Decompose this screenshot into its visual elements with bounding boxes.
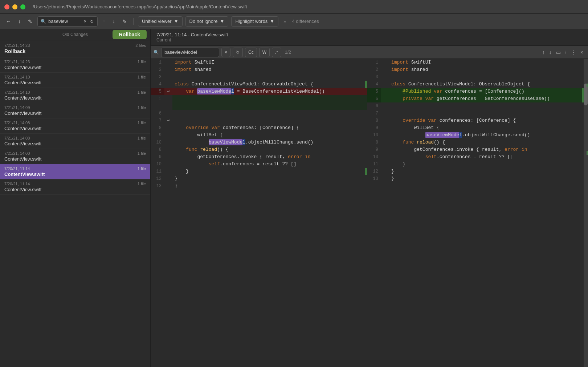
toolbar-edit-button[interactable]: ✎ [120, 17, 129, 26]
match-count: 1/2 [285, 50, 291, 55]
code-line: 13 } [367, 175, 584, 182]
toolbar-down-button[interactable]: ↓ [110, 17, 117, 26]
item-count: 1 file [138, 151, 146, 156]
item-filename: ContentView.swift [4, 95, 146, 101]
code-line: 8 override var conferences: [Conference]… [151, 124, 367, 132]
code-line: 10 self.conferences = result ?? [] [367, 153, 584, 161]
toolbar-search-refresh[interactable]: ↻ [89, 19, 94, 24]
sidebar-item[interactable]: 7/20/21, 11:14 1 file ContentView.swift [0, 180, 150, 195]
chevron-down-icon3: ▼ [270, 19, 274, 24]
code-line: 6 [151, 110, 367, 117]
code-line: 10 baseViewModel.objectWillChange.send() [151, 139, 367, 146]
highlight-dropdown[interactable]: Highlight words ▼ [231, 16, 278, 27]
search-icon2: 🔍 [154, 50, 159, 55]
regex-btn[interactable]: .* [272, 48, 281, 57]
unified-viewer-dropdown[interactable]: Unified viewer ▼ [138, 16, 183, 27]
filter-btn[interactable]: ⋮ [569, 49, 578, 56]
sidebar-header: Old Changes Rollback [0, 29, 150, 40]
chevron-down-icon2: ▼ [220, 19, 225, 24]
item-count: 1 file [138, 182, 146, 186]
titlebar: /Users/jetbrains/Projects/Work/cocoaconf… [0, 0, 588, 14]
rollback-arrow-icon[interactable]: ↩ [167, 89, 170, 94]
item-title: Rollback [4, 48, 146, 54]
item-filename: ContentView.swift [4, 187, 146, 192]
code-line: 12 } [151, 175, 367, 182]
code-line: 9 willSet { [367, 124, 584, 132]
forward-button[interactable]: ↓ [16, 17, 23, 26]
item-count: 1 file [138, 90, 146, 94]
ignore-label: Do not ignore [189, 19, 218, 24]
add-cursor-btn[interactable]: ⁝ [563, 49, 568, 56]
item-date: 7/20/21, 11:14 [4, 166, 30, 171]
code-line: 2 import shared [151, 66, 367, 73]
prev-match-btn[interactable]: ↑ [540, 49, 547, 56]
editor-search-input[interactable] [161, 48, 219, 57]
maximize-button[interactable] [20, 4, 25, 9]
code-line: 11 } [151, 168, 367, 175]
item-date: 7/21/21, 14:00 [4, 151, 30, 156]
match-case-btn[interactable]: Cc [245, 48, 257, 57]
search-refresh-btn[interactable]: ↻ [233, 48, 243, 57]
item-date: 7/21/21, 14:10 [4, 90, 30, 94]
item-filename: ContentView.swift [4, 141, 146, 146]
code-line: 5 @Published var conferences = [Conferen… [367, 88, 584, 95]
toolbar-search-box: 🔍 × ↻ [37, 16, 98, 27]
ignore-dropdown[interactable]: Do not ignore ▼ [185, 16, 229, 27]
code-line: 9 willSet { [151, 132, 367, 139]
code-line: 8 func reload() { [367, 139, 584, 146]
code-line: 13 } [151, 182, 367, 190]
code-line: 12 } [367, 168, 584, 175]
toolbar: ← ↓ ✎ 🔍 × ↻ ↑ ↓ ✎ Unified viewer ▼ Do no… [0, 14, 588, 29]
expand-btn[interactable]: ▭ [554, 49, 563, 56]
scrollbar-diff-mark2 [587, 151, 588, 155]
toolbar-search-input[interactable] [48, 19, 81, 24]
code-line: 6 private var getConferences = GetConfer… [367, 95, 584, 102]
sidebar-item[interactable]: 7/21/21, 14:23 2 files Rollback [0, 40, 150, 57]
sidebar-item[interactable]: 7/21/21, 14:10 1 file ContentView.swift [0, 73, 150, 88]
code-line: 7↩ [151, 117, 367, 124]
item-count: 2 files [135, 43, 146, 48]
code-line: 10 self.conferences = result ?? [] [151, 161, 367, 168]
rollback-button[interactable]: Rollback [113, 30, 147, 39]
toolbar-search-close[interactable]: × [83, 19, 87, 24]
scrollbar-track[interactable] [584, 59, 588, 367]
code-line: 3 [151, 73, 367, 81]
code-line: 7 [367, 110, 584, 117]
diff-pane-left[interactable]: 1 import SwiftUI 2 import shared 3 4 cla… [151, 59, 367, 367]
close-button[interactable] [4, 4, 9, 9]
sidebar-item[interactable]: 7/21/21, 14:09 1 file ContentView.swift [0, 103, 150, 118]
code-line: 4 class ConferenceListViewModel: Observa… [151, 81, 367, 88]
item-count: 1 file [138, 60, 146, 64]
sidebar-item[interactable]: 7/21/21, 14:08 1 file ContentView.swift [0, 118, 150, 134]
file-header: 7/20/21, 11:14 - ContentView.swift Curre… [151, 29, 588, 46]
minimize-button[interactable] [12, 4, 17, 9]
search-close-btn[interactable]: × [221, 48, 230, 57]
diff-indicator2 [365, 168, 367, 175]
rollback-arrow-icon2[interactable]: ↩ [167, 118, 170, 123]
next-match-btn[interactable]: ↓ [547, 49, 554, 56]
item-count: 1 file [138, 121, 146, 125]
sidebar-item[interactable]: 7/21/21, 14:00 1 file ContentView.swift [0, 149, 150, 164]
match-word-btn[interactable]: W [259, 48, 270, 57]
editor-close-btn[interactable]: × [579, 49, 585, 56]
sidebar: Old Changes Rollback 7/21/21, 14:23 2 fi… [0, 29, 151, 367]
sidebar-item[interactable]: 7/21/21, 14:23 1 file ContentView.swift [0, 57, 150, 73]
code-line: 5 ↩ var baseViewModel = BaseConferenceLi… [151, 88, 367, 95]
right-panel: 7/20/21, 11:14 - ContentView.swift Curre… [151, 29, 588, 367]
item-date: 7/21/21, 14:08 [4, 136, 30, 140]
toolbar-up-button[interactable]: ↑ [101, 17, 107, 26]
editor-search-bar: 🔍 × ↻ Cc W .* 1/2 ↑ ↓ ▭ ⁝ ⋮ × [151, 46, 588, 59]
edit-button[interactable]: ✎ [26, 17, 34, 26]
item-date: 7/21/21, 14:23 [4, 43, 30, 48]
search-icon: 🔍 [41, 19, 46, 24]
code-line: 10 baseViewModel.objectWillChange.send() [367, 132, 584, 139]
item-filename: ContentView.swift [4, 80, 146, 85]
sidebar-item[interactable]: 7/21/21, 14:08 1 file ContentView.swift [0, 134, 150, 149]
sidebar-item[interactable]: 7/21/21, 14:10 1 file ContentView.swift [0, 88, 150, 103]
item-filename: ContentView.swift [4, 110, 146, 116]
code-line: 1 import SwiftUI [367, 59, 584, 66]
back-button[interactable]: ← [4, 17, 13, 26]
code-line: 8 override var conferences: [Conference]… [367, 117, 584, 124]
sidebar-item-active[interactable]: 7/20/21, 11:14 1 file ContentView.swift [0, 164, 150, 180]
diff-pane-right[interactable]: 1 import SwiftUI 2 import shared 3 4 cla… [367, 59, 584, 367]
